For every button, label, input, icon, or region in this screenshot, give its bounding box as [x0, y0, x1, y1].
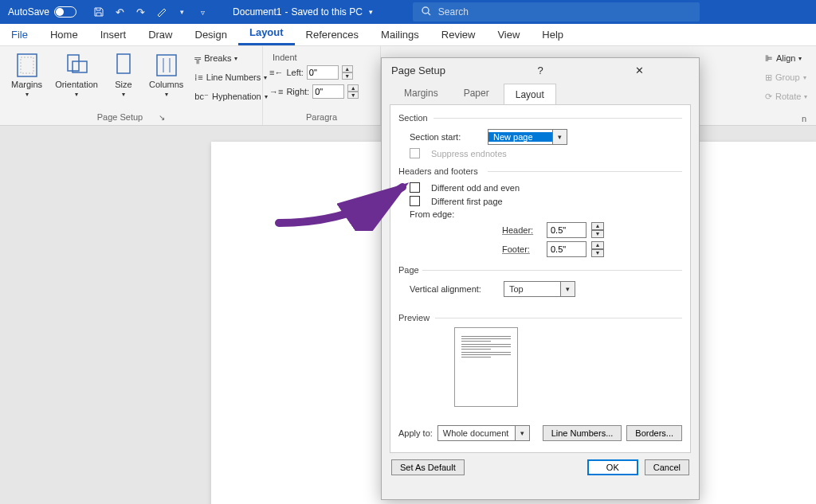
orientation-icon [64, 53, 89, 78]
indent-left-input[interactable] [307, 65, 339, 80]
redo-icon[interactable]: ↷ [134, 6, 147, 18]
chevron-down-icon[interactable]: ▾ [369, 8, 373, 16]
brush-icon[interactable] [155, 6, 167, 18]
chevron-down-icon: ▾ [515, 426, 529, 440]
saved-status: Saved to this PC [291, 6, 362, 18]
align-button[interactable]: ⊫Align▾ [762, 49, 805, 67]
search-box[interactable] [413, 2, 700, 21]
size-button[interactable]: Size ▾ [106, 49, 141, 101]
dialog-title: Page Setup [391, 64, 491, 76]
rotate-button[interactable]: ⟳Rotate▾ [762, 88, 810, 105]
search-input[interactable] [438, 6, 692, 18]
save-icon[interactable] [92, 6, 105, 18]
autosave-toggle[interactable]: AutoSave [0, 6, 84, 18]
chevron-down-icon: ▾ [122, 91, 125, 98]
from-edge-label: From edge: [410, 209, 481, 219]
footer-up[interactable]: ▲ [591, 241, 604, 249]
set-as-default-button[interactable]: Set As Default [391, 459, 465, 475]
orientation-button[interactable]: Orientation ▾ [50, 49, 103, 101]
different-first-page-label: Different first page [431, 197, 503, 206]
ribbon-group-paragraph: Indent ≡← Left: ▲▼ →≡ Right: ▲▼ Paragra [263, 46, 381, 125]
valign-label: Vertical alignment: [410, 284, 497, 294]
svg-rect-2 [21, 57, 33, 73]
tab-draw[interactable]: Draw [137, 24, 183, 45]
tab-help[interactable]: Help [531, 24, 575, 45]
columns-button[interactable]: Columns ▾ [144, 49, 188, 101]
group-label-page-setup: Page Setup [97, 112, 143, 122]
section-heading: Section [398, 113, 682, 123]
help-icon[interactable]: ? [491, 64, 590, 76]
preview-heading: Preview [398, 313, 682, 322]
tab-view[interactable]: View [486, 24, 531, 45]
tab-insert[interactable]: Insert [89, 24, 138, 45]
toggle-switch[interactable] [54, 6, 76, 18]
section-start-dropdown[interactable]: New page ▾ [488, 129, 567, 145]
close-icon[interactable]: ✕ [590, 64, 689, 76]
ribbon-group-page-setup: Margins ▾ Orientation ▾ Size ▾ Columns ▾… [0, 46, 263, 125]
chevron-down-icon: ▾ [165, 91, 168, 98]
dialog-body: Section Section start: New page ▾ Suppre… [390, 104, 691, 453]
apply-to-dropdown[interactable]: Whole document ▾ [437, 425, 530, 441]
headers-footers-heading: Headers and footers [398, 166, 682, 176]
qat-overflow-icon[interactable]: ▿ [196, 6, 209, 18]
dialog-tab-margins[interactable]: Margins [393, 83, 449, 104]
indent-right-up[interactable]: ▲ [347, 84, 359, 92]
header-label: Header: [502, 225, 542, 235]
margins-button[interactable]: Margins ▾ [6, 49, 47, 101]
suppress-endnotes-checkbox [410, 148, 420, 158]
group-button[interactable]: ⊞Group▾ [762, 68, 810, 86]
indent-right-down[interactable]: ▼ [347, 92, 359, 99]
hyphenation-button[interactable]: bc⁻Hyphenation▾ [191, 88, 270, 105]
line-numbers-icon: ⁞≡ [194, 72, 202, 83]
dialog-titlebar: Page Setup ? ✕ [382, 58, 699, 83]
header-up[interactable]: ▲ [591, 222, 604, 230]
page-setup-launcher-icon[interactable]: ↘ [159, 113, 165, 122]
cancel-button[interactable]: Cancel [645, 459, 689, 475]
line-numbers-button[interactable]: ⁞≡Line Numbers▾ [191, 68, 270, 86]
group-label-paragraph: Paragra [306, 112, 337, 122]
different-first-page-checkbox[interactable] [410, 196, 420, 206]
svg-rect-5 [117, 54, 130, 73]
footer-down[interactable]: ▼ [591, 249, 604, 257]
title-bar: AutoSave ↶ ↷ ▾ ▿ Document1 - Saved to th… [0, 0, 816, 24]
indent-left-icon: ≡← [269, 68, 283, 77]
ribbon-tabs: File Home Insert Draw Design Layout Refe… [0, 24, 816, 46]
different-odd-even-checkbox[interactable] [410, 182, 420, 193]
customize-qat-icon[interactable]: ▾ [175, 6, 188, 18]
tab-file[interactable]: File [0, 24, 39, 45]
indent-right-icon: →≡ [269, 87, 283, 96]
columns-icon [154, 53, 179, 78]
footer-label: Footer: [502, 244, 542, 254]
tab-design[interactable]: Design [184, 24, 238, 45]
tab-references[interactable]: References [295, 24, 370, 45]
dialog-tab-layout[interactable]: Layout [504, 84, 556, 105]
tab-home[interactable]: Home [39, 24, 89, 45]
section-start-label: Section start: [410, 132, 481, 142]
svg-rect-6 [157, 55, 176, 76]
document-title[interactable]: Document1 - Saved to this PC ▾ [217, 6, 389, 18]
chevron-down-icon: ▾ [75, 91, 78, 98]
hyphenation-icon: bc⁻ [194, 92, 209, 102]
group-icon: ⊞ [765, 72, 772, 83]
header-down[interactable]: ▼ [591, 230, 604, 238]
dialog-tabs: Margins Paper Layout [382, 83, 699, 104]
indent-left-down[interactable]: ▼ [342, 72, 353, 80]
header-input[interactable] [547, 222, 586, 238]
tab-mailings[interactable]: Mailings [370, 24, 430, 45]
ok-button[interactable]: OK [587, 459, 638, 475]
footer-input[interactable] [547, 241, 586, 257]
dialog-footer: Set As Default OK Cancel [382, 453, 699, 482]
tab-layout[interactable]: Layout [238, 21, 295, 45]
indent-left-up[interactable]: ▲ [342, 65, 353, 72]
indent-right-input[interactable] [312, 84, 344, 99]
borders-button[interactable]: Borders... [626, 425, 682, 441]
valign-dropdown[interactable]: Top ▾ [504, 281, 575, 297]
page-heading: Page [398, 265, 682, 275]
tab-review[interactable]: Review [430, 24, 487, 45]
breaks-icon: ╦ [194, 53, 201, 63]
breaks-button[interactable]: ╦Breaks▾ [191, 49, 270, 67]
line-numbers-button[interactable]: Line Numbers... [543, 425, 622, 441]
undo-icon[interactable]: ↶ [113, 6, 126, 18]
search-icon [421, 6, 432, 19]
dialog-tab-paper[interactable]: Paper [453, 83, 500, 104]
